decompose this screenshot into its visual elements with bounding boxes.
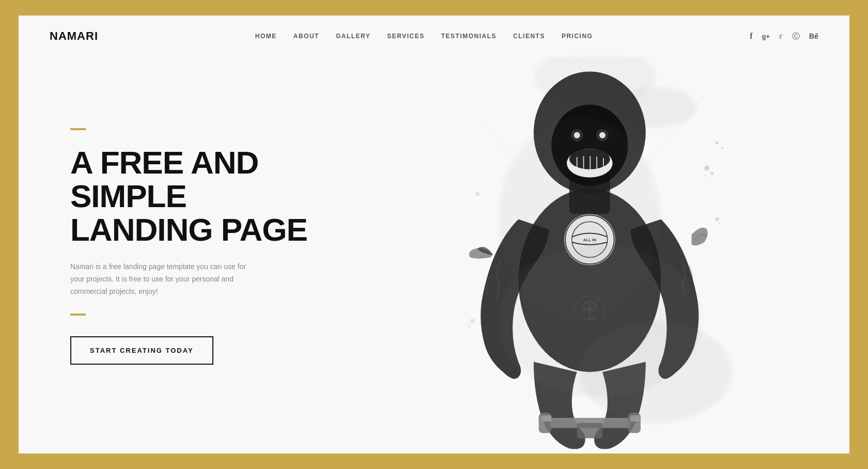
hero-figure-svg: ALL IN (309, 15, 849, 454)
svg-point-35 (703, 175, 705, 177)
social-links: f g+ 𝕣 Ⓒ Bē (750, 32, 818, 41)
hero-title: A FREE AND SIMPLE LANDING PAGE (70, 146, 329, 246)
nav-item-about[interactable]: ABOUT (293, 33, 319, 40)
hero-section: A FREE AND SIMPLE LANDING PAGE Namari is… (19, 15, 849, 454)
behance-icon[interactable]: Bē (809, 32, 818, 40)
svg-point-45 (467, 325, 470, 328)
gold-bar-bottom (70, 314, 86, 316)
header: NAMARI HOME ABOUT GALLERY SERVICES TESTI… (19, 15, 849, 57)
svg-point-38 (721, 147, 723, 149)
browser-frame: NAMARI HOME ABOUT GALLERY SERVICES TESTI… (16, 12, 853, 457)
svg-point-36 (475, 192, 479, 196)
twitter-icon[interactable]: 𝕣 (779, 32, 783, 40)
svg-point-43 (719, 222, 721, 224)
svg-point-41 (579, 321, 732, 423)
svg-rect-30 (577, 423, 602, 439)
hero-description: Namari is a free landing page template y… (70, 261, 256, 298)
svg-point-42 (715, 217, 719, 221)
svg-point-40 (498, 117, 661, 321)
nav-item-clients[interactable]: CLIENTS (513, 33, 545, 40)
hero-content: A FREE AND SIMPLE LANDING PAGE Namari is… (70, 128, 329, 365)
nav-item-services[interactable]: SERVICES (387, 33, 424, 40)
nav-item-pricing[interactable]: PRICING (562, 33, 593, 40)
svg-point-37 (716, 142, 719, 145)
nav-links: HOME ABOUT GALLERY SERVICES TESTIMONIALS… (255, 33, 593, 40)
nav-item-home[interactable]: HOME (255, 33, 277, 40)
nav-item-testimonials[interactable]: TESTIMONIALS (441, 33, 497, 40)
gold-bar-top (70, 128, 86, 130)
facebook-icon[interactable]: f (750, 32, 752, 41)
googleplus-icon[interactable]: g+ (762, 33, 770, 40)
instagram-icon[interactable]: Ⓒ (792, 32, 800, 41)
svg-point-33 (704, 166, 709, 171)
svg-point-34 (710, 172, 714, 175)
cta-button[interactable]: START CREATING TODAY (70, 336, 213, 365)
hero-image-area: ALL IN (309, 15, 849, 454)
svg-rect-31 (541, 415, 551, 421)
nav-item-gallery[interactable]: GALLERY (336, 33, 370, 40)
svg-point-44 (470, 319, 475, 324)
page-wrapper: NAMARI HOME ABOUT GALLERY SERVICES TESTI… (19, 15, 849, 454)
logo[interactable]: NAMARI (50, 29, 98, 43)
